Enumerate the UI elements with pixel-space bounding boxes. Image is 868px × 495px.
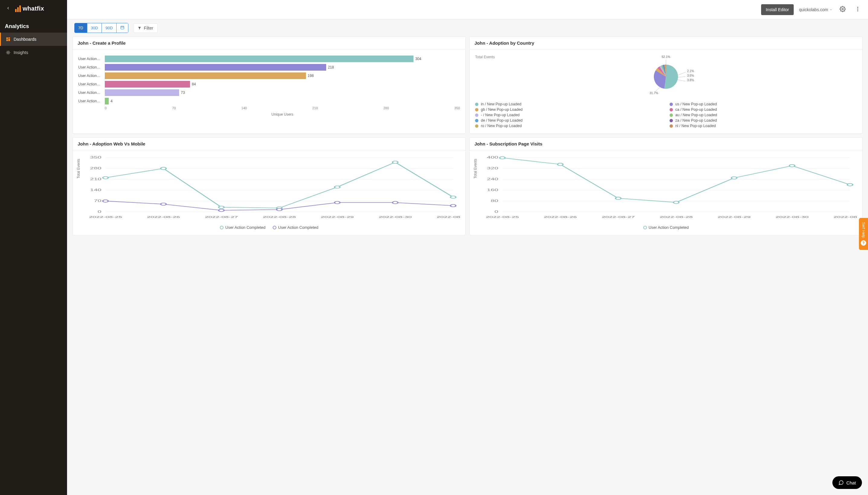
svg-text:2022-08-27: 2022-08-27: [205, 215, 238, 219]
legend-swatch: [273, 226, 276, 229]
svg-line-12: [678, 77, 686, 77]
svg-text:400: 400: [487, 156, 498, 159]
svg-text:80: 80: [491, 199, 498, 203]
nav-label: Insights: [14, 50, 28, 55]
account-dropdown[interactable]: quickolabs.com: [799, 7, 833, 12]
legend-item: User Action Completed: [273, 225, 318, 230]
bar-value: 198: [308, 74, 314, 78]
card-title: John - Adoption by Country: [470, 37, 862, 50]
line-point: [450, 196, 456, 198]
svg-text:280: 280: [90, 167, 101, 170]
toolbar: 7D30D90D Filter: [67, 19, 868, 36]
svg-point-8: [857, 10, 858, 11]
back-button[interactable]: [4, 4, 12, 13]
pie-label: 31.7%: [650, 91, 658, 95]
svg-text:2022-08-31: 2022-08-31: [834, 215, 857, 219]
bar-value: 84: [192, 82, 196, 86]
svg-text:2022-08-28: 2022-08-28: [660, 215, 693, 219]
self-help-tab[interactable]: Self Help ?: [859, 218, 868, 250]
card-subscription-visits: John - Subscription Page Visits Total Ev…: [469, 137, 863, 235]
svg-point-5: [842, 8, 844, 10]
legend-item: User Action Completed: [643, 225, 689, 230]
sidebar-item-insights[interactable]: Insights: [0, 46, 67, 59]
main: Install Editor quickolabs.com 7D30D90D F…: [67, 0, 868, 495]
card-create-profile: John - Create a Profile User Action…304U…: [72, 36, 466, 134]
legend-swatch: [220, 226, 223, 229]
svg-rect-3: [6, 39, 8, 41]
line-point: [277, 208, 282, 211]
legend-label: us / New Pop-up Loaded: [675, 102, 717, 106]
svg-text:2022-08-26: 2022-08-26: [147, 215, 180, 219]
legend-item: gb / New Pop-up Loaded: [475, 107, 662, 112]
svg-text:2022-08-31: 2022-08-31: [437, 215, 460, 219]
legend-label: in / New Pop-up Loaded: [481, 102, 521, 106]
svg-text:320: 320: [487, 167, 498, 170]
pie-label: 3.8%: [687, 79, 694, 82]
card-title: John - Subscription Page Visits: [470, 138, 862, 150]
svg-rect-9: [121, 26, 124, 29]
bar-value: 218: [328, 65, 334, 69]
line2-legend: User Action Completed: [475, 225, 857, 230]
svg-text:350: 350: [90, 156, 101, 159]
svg-line-11: [678, 72, 686, 75]
help-icon: ?: [861, 240, 866, 246]
insights-icon: [6, 50, 11, 55]
install-editor-button[interactable]: Install Editor: [761, 4, 794, 15]
line-point: [789, 165, 795, 167]
more-button[interactable]: [853, 4, 863, 15]
legend-label: - / New Pop-up Loaded: [481, 113, 520, 117]
legend-swatch: [643, 226, 647, 229]
card-title: John - Create a Profile: [73, 37, 465, 50]
legend-item: au / New Pop-up Loaded: [670, 113, 857, 117]
bar-row: User Action…198: [78, 72, 460, 79]
more-vertical-icon: [855, 6, 861, 12]
brand-bars-icon: [15, 5, 21, 12]
bar-x-axis: 070140210280350: [105, 106, 460, 110]
legend-swatch: [670, 103, 673, 106]
gear-icon: [840, 6, 846, 12]
bar-value: 304: [415, 57, 421, 61]
line-point: [500, 157, 505, 159]
svg-text:0: 0: [495, 210, 498, 214]
legend-item: de / New Pop-up Loaded: [475, 118, 662, 122]
settings-button[interactable]: [838, 4, 848, 15]
bar-fill: [105, 72, 306, 79]
svg-text:2022-08-25: 2022-08-25: [89, 215, 122, 219]
chat-button[interactable]: Chat: [832, 476, 862, 489]
filter-button[interactable]: Filter: [133, 23, 158, 33]
legend-swatch: [475, 119, 479, 122]
bar-fill: [105, 55, 414, 62]
svg-text:2022-08-25: 2022-08-25: [486, 215, 519, 219]
svg-text:2022-08-29: 2022-08-29: [718, 215, 751, 219]
legend-swatch: [475, 114, 479, 117]
svg-text:70: 70: [94, 199, 101, 203]
legend-item: in / New Pop-up Loaded: [475, 102, 662, 106]
range-30d[interactable]: 30D: [87, 23, 102, 33]
filter-label: Filter: [144, 25, 153, 31]
calendar-icon: [120, 25, 124, 30]
legend-label: za / New Pop-up Loaded: [675, 118, 717, 122]
range-custom[interactable]: [117, 23, 128, 33]
legend-swatch: [475, 103, 479, 106]
bar-label: User Action…: [78, 57, 102, 61]
bar-label: User Action…: [78, 90, 102, 95]
chevron-down-icon: [829, 8, 832, 11]
svg-rect-0: [6, 37, 8, 39]
svg-text:160: 160: [487, 188, 498, 192]
bar-label: User Action…: [78, 99, 102, 103]
svg-point-7: [857, 8, 858, 10]
range-7d[interactable]: 7D: [74, 23, 87, 33]
svg-text:210: 210: [90, 177, 101, 181]
legend-item: ro / New Pop-up Loaded: [475, 124, 662, 128]
bar-value: 4: [111, 99, 113, 103]
legend-item: nl / New Pop-up Loaded: [670, 124, 857, 128]
legend-label: de / New Pop-up Loaded: [481, 118, 522, 122]
line-point: [335, 201, 340, 204]
line-point: [673, 201, 679, 204]
bar-label: User Action…: [78, 82, 102, 86]
line-point: [219, 209, 224, 211]
card-adoption-web-mobile: John - Adoption Web Vs Mobile Total Even…: [72, 137, 466, 235]
svg-rect-1: [9, 37, 10, 38]
range-90d[interactable]: 90D: [102, 23, 117, 33]
sidebar-item-dashboards[interactable]: Dashboards: [0, 33, 67, 46]
